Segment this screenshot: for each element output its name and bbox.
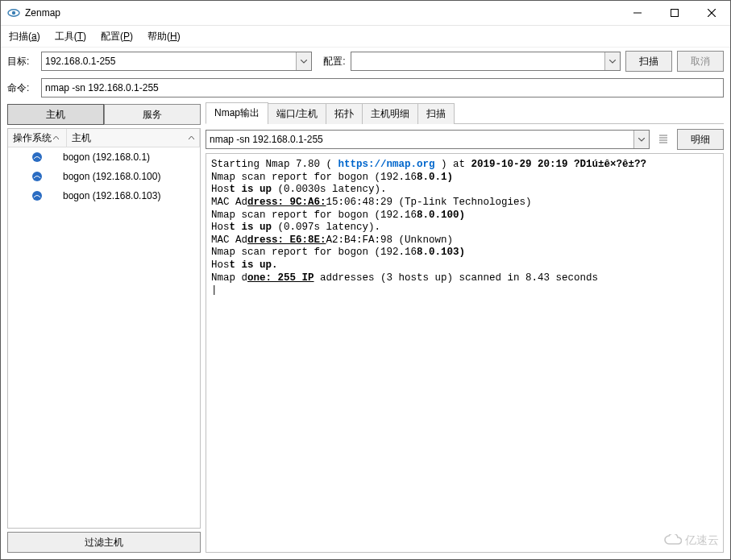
- profile-combo[interactable]: [351, 52, 621, 71]
- output-toolbar: 明细: [206, 129, 724, 150]
- menubar: 扫描(a) 工具(T) 配置(P) 帮助(H): [1, 26, 730, 48]
- col-os[interactable]: 操作系统: [8, 129, 67, 147]
- command-row: 命令:: [1, 75, 730, 101]
- command-label: 命令:: [7, 81, 36, 95]
- close-button[interactable]: [693, 1, 730, 25]
- col-host[interactable]: 主机: [67, 129, 200, 147]
- window-title: Zenmap: [25, 7, 619, 19]
- left-toggle: 主机 服务: [7, 104, 201, 125]
- target-label: 目标:: [7, 55, 36, 68]
- host-list-header: 操作系统 主机: [8, 129, 200, 147]
- tab-ports-hosts[interactable]: 端口/主机: [268, 103, 326, 124]
- host-list: 操作系统 主机 bogon (192.168.0.1): [7, 128, 201, 529]
- maximize-button[interactable]: [656, 1, 693, 25]
- target-input[interactable]: [42, 52, 296, 70]
- tabstrip: Nmap输出 端口/主机 拓扑 主机明细 扫描: [206, 104, 724, 124]
- tab-host-details[interactable]: 主机明细: [362, 103, 418, 124]
- tab-scans[interactable]: 扫描: [417, 103, 455, 124]
- tab-topology[interactable]: 拓扑: [326, 103, 363, 124]
- filter-hosts-button[interactable]: 过滤主机: [7, 532, 201, 553]
- chevron-down-icon[interactable]: [633, 131, 649, 148]
- output-options-icon[interactable]: [653, 129, 674, 150]
- chevron-down-icon[interactable]: [296, 52, 311, 70]
- list-item[interactable]: bogon (192.168.0.103): [8, 186, 200, 205]
- svg-rect-3: [671, 10, 679, 17]
- host-name: bogon (192.168.0.103): [61, 190, 200, 201]
- list-item[interactable]: bogon (192.168.0.1): [8, 147, 200, 167]
- target-combo[interactable]: [41, 52, 312, 71]
- profile-input[interactable]: [351, 52, 605, 70]
- titlebar: Zenmap: [1, 1, 730, 26]
- body: 主机 服务 操作系统 主机 bogon (: [1, 101, 730, 559]
- scan-button[interactable]: 扫描: [625, 51, 672, 72]
- menu-profile[interactable]: 配置(P): [98, 29, 136, 44]
- app-icon: [7, 6, 20, 19]
- output-scan-combo[interactable]: [206, 130, 650, 149]
- list-item[interactable]: bogon (192.168.0.100): [8, 167, 200, 186]
- minimize-button[interactable]: [619, 1, 656, 25]
- os-icon: [13, 190, 61, 201]
- command-input[interactable]: [41, 78, 724, 97]
- cancel-button[interactable]: 取消: [677, 51, 724, 72]
- output-scan-input[interactable]: [206, 131, 633, 148]
- host-name: bogon (192.168.0.100): [61, 171, 200, 182]
- svg-point-1: [12, 11, 15, 15]
- window-controls: [619, 1, 730, 25]
- menu-scan[interactable]: 扫描(a): [6, 29, 44, 44]
- detail-button[interactable]: 明细: [677, 129, 724, 150]
- tab-nmap-output[interactable]: Nmap输出: [206, 102, 268, 124]
- menu-tools[interactable]: 工具(T): [52, 29, 89, 44]
- menu-help[interactable]: 帮助(H): [144, 29, 184, 44]
- host-name: bogon (192.168.0.1): [61, 151, 200, 163]
- os-icon: [13, 151, 61, 163]
- chevron-down-icon[interactable]: [604, 52, 620, 70]
- profile-label: 配置:: [317, 55, 346, 68]
- app-window: Zenmap 扫描(a) 工具(T) 配置(P) 帮助(H) 目标: 配置: 扫…: [0, 0, 731, 560]
- hosts-toggle[interactable]: 主机: [7, 104, 104, 125]
- nmap-output-text[interactable]: Starting Nmap 7.80 ( https://nmap.org ) …: [206, 153, 724, 553]
- host-rows: bogon (192.168.0.1) bogon (192.168.0.100…: [8, 147, 200, 528]
- services-toggle[interactable]: 服务: [104, 104, 201, 125]
- target-row: 目标: 配置: 扫描 取消: [1, 48, 730, 75]
- left-pane: 主机 服务 操作系统 主机 bogon (: [7, 104, 201, 553]
- os-icon: [13, 171, 61, 182]
- right-pane: Nmap输出 端口/主机 拓扑 主机明细 扫描 明细 Starting Nmap…: [206, 104, 724, 553]
